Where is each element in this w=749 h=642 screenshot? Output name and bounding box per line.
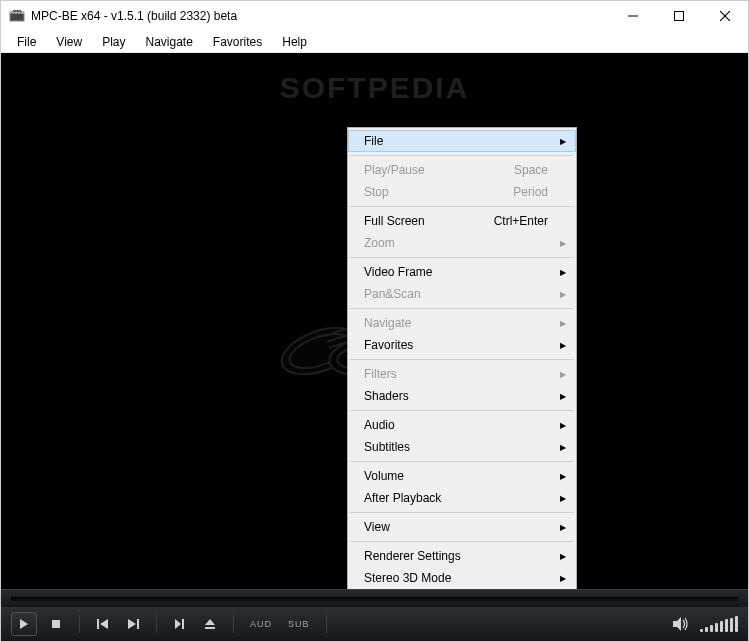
context-menu-accel: Space (514, 163, 548, 177)
next-button[interactable] (122, 613, 144, 635)
chevron-right-icon: ▶ (560, 421, 566, 430)
context-menu-item[interactable]: After Playback▶ (348, 487, 576, 509)
context-menu-label: Volume (364, 469, 548, 483)
context-menu-label: Renderer Settings (364, 549, 548, 563)
svg-rect-16 (97, 619, 99, 629)
menu-favorites[interactable]: Favorites (203, 33, 272, 51)
window-title: MPC-BE x64 - v1.5.1 (build 2332) beta (31, 9, 610, 23)
context-menu-item[interactable]: Renderer Settings▶ (348, 545, 576, 567)
context-menu-label: Play/Pause (364, 163, 514, 177)
context-menu-label: Pan&Scan (364, 287, 548, 301)
svg-rect-19 (137, 619, 139, 629)
play-button[interactable] (11, 612, 37, 636)
context-menu-item[interactable]: Subtitles▶ (348, 436, 576, 458)
context-menu-label: After Playback (364, 491, 548, 505)
minimize-button[interactable] (610, 1, 656, 31)
svg-rect-21 (182, 619, 184, 629)
chevron-right-icon: ▶ (560, 472, 566, 481)
context-menu-item[interactable]: Stereo 3D Mode▶ (348, 567, 576, 589)
context-menu-item: Filters▶ (348, 363, 576, 385)
context-menu-label: Full Screen (364, 214, 494, 228)
context-menu-item[interactable]: Favorites▶ (348, 334, 576, 356)
context-menu-separator (350, 359, 574, 360)
context-menu-item: StopPeriod (348, 181, 576, 203)
menu-view[interactable]: View (46, 33, 92, 51)
chevron-right-icon: ▶ (560, 574, 566, 583)
context-menu-accel: Period (513, 185, 548, 199)
context-menu-label: Video Frame (364, 265, 548, 279)
context-menu-item[interactable]: View▶ (348, 516, 576, 538)
svg-marker-24 (673, 617, 681, 631)
chevron-right-icon: ▶ (560, 552, 566, 561)
context-menu-item: Play/PauseSpace (348, 159, 576, 181)
chevron-right-icon: ▶ (560, 341, 566, 350)
context-menu-item: Navigate▶ (348, 312, 576, 334)
separator (233, 615, 234, 633)
context-menu-item: Pan&Scan▶ (348, 283, 576, 305)
sub-label[interactable]: SUB (284, 619, 314, 629)
chevron-right-icon: ▶ (560, 239, 566, 248)
separator (156, 615, 157, 633)
chevron-right-icon: ▶ (560, 392, 566, 401)
chevron-right-icon: ▶ (560, 137, 566, 146)
context-menu-accel: Ctrl+Enter (494, 214, 548, 228)
context-menu-label: Shaders (364, 389, 548, 403)
maximize-button[interactable] (656, 1, 702, 31)
context-menu-label: File (364, 134, 548, 148)
context-menu-separator (350, 410, 574, 411)
titlebar[interactable]: MPC-BE x64 - v1.5.1 (build 2332) beta (1, 1, 748, 31)
chevron-right-icon: ▶ (560, 370, 566, 379)
context-menu: File▶Play/PauseSpaceStopPeriodFull Scree… (347, 127, 577, 589)
context-menu-item[interactable]: Audio▶ (348, 414, 576, 436)
context-menu-label: Filters (364, 367, 548, 381)
svg-line-9 (720, 11, 730, 21)
svg-line-8 (720, 11, 730, 21)
context-menu-separator (350, 257, 574, 258)
volume-slider[interactable] (700, 616, 738, 632)
close-button[interactable] (702, 1, 748, 31)
mute-button[interactable] (670, 613, 692, 635)
chevron-right-icon: ▶ (560, 494, 566, 503)
video-area[interactable]: SOFTPEDIA File▶Play/PauseSpaceStopPeriod… (1, 53, 748, 589)
svg-rect-4 (17, 13, 18, 14)
stop-button[interactable] (45, 613, 67, 635)
context-menu-label: Subtitles (364, 440, 548, 454)
context-menu-item[interactable]: Video Frame▶ (348, 261, 576, 283)
menu-play[interactable]: Play (92, 33, 135, 51)
svg-marker-18 (128, 619, 136, 629)
svg-rect-3 (14, 13, 15, 14)
context-menu-separator (350, 461, 574, 462)
chevron-right-icon: ▶ (560, 268, 566, 277)
menubar: File View Play Navigate Favorites Help (1, 31, 748, 53)
seek-bar[interactable] (1, 589, 748, 607)
app-window: MPC-BE x64 - v1.5.1 (build 2332) beta Fi… (0, 0, 749, 642)
context-menu-label: View (364, 520, 548, 534)
context-menu-separator (350, 541, 574, 542)
svg-marker-14 (20, 619, 28, 629)
prev-button[interactable] (92, 613, 114, 635)
svg-marker-22 (205, 619, 215, 625)
menu-file[interactable]: File (7, 33, 46, 51)
svg-rect-7 (675, 12, 684, 21)
chevron-right-icon: ▶ (560, 290, 566, 299)
context-menu-item[interactable]: Shaders▶ (348, 385, 576, 407)
controls-bar: AUD SUB (1, 607, 748, 641)
svg-rect-15 (52, 620, 60, 628)
eject-button[interactable] (199, 613, 221, 635)
aud-label[interactable]: AUD (246, 619, 276, 629)
menu-navigate[interactable]: Navigate (135, 33, 202, 51)
context-menu-separator (350, 308, 574, 309)
context-menu-item[interactable]: Volume▶ (348, 465, 576, 487)
app-icon (9, 8, 25, 24)
seek-track[interactable] (11, 597, 738, 601)
context-menu-separator (350, 155, 574, 156)
menu-help[interactable]: Help (272, 33, 317, 51)
step-button[interactable] (169, 613, 191, 635)
context-menu-item[interactable]: Full ScreenCtrl+Enter (348, 210, 576, 232)
svg-rect-5 (20, 13, 21, 14)
context-menu-label: Favorites (364, 338, 548, 352)
watermark-text: SOFTPEDIA (280, 71, 470, 105)
context-menu-item[interactable]: File▶ (348, 130, 576, 152)
context-menu-label: Audio (364, 418, 548, 432)
context-menu-label: Zoom (364, 236, 548, 250)
